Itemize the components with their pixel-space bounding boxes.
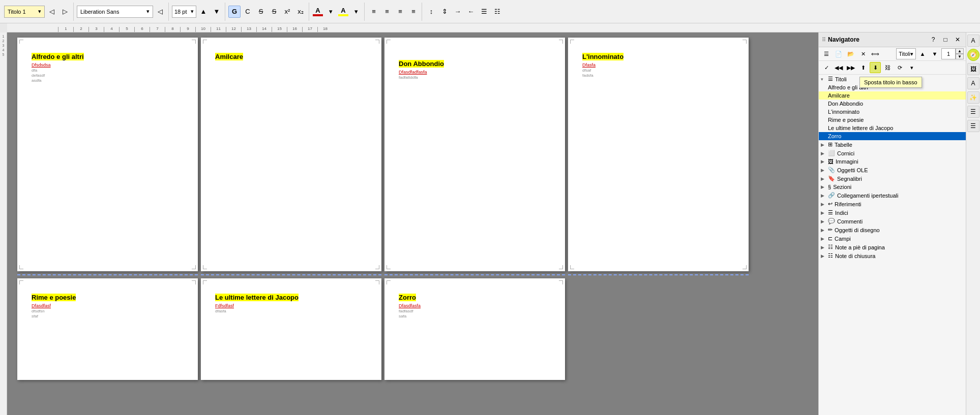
indent-less-button[interactable]: ←	[465, 6, 477, 18]
list-button[interactable]: ☰	[478, 6, 490, 18]
navigator-close-button[interactable]: ✕	[953, 35, 963, 45]
tree-label-don: Don Abbondio	[828, 101, 863, 107]
tree-label-comm: Commenti	[837, 218, 863, 225]
numbering-button[interactable]: ☷	[491, 6, 503, 18]
align-center-button[interactable]: ≡	[381, 6, 393, 18]
tree-item-indici[interactable]: ▶ ☰ Indici	[819, 208, 966, 217]
nav-bookmark-dropdown[interactable]: ▾	[906, 62, 917, 73]
nav-align-btn[interactable]: ⟺	[870, 48, 881, 59]
ruler-tick-5: 5	[119, 27, 134, 32]
nav-drag-handle[interactable]: ⠿	[822, 37, 826, 43]
rs-sidebar2-btn[interactable]: ☰	[967, 120, 979, 132]
tree-item-jacopo[interactable]: Le ultime lettere di Jacopo	[819, 124, 966, 132]
navigator-help-button[interactable]: ?	[928, 35, 938, 45]
rs-sidebar1-btn[interactable]: ☰	[967, 106, 979, 118]
bold-button[interactable]: G	[228, 6, 241, 18]
nav-check-btn[interactable]: ✓	[821, 62, 832, 73]
nav-spin-down[interactable]: ▼	[956, 54, 964, 59]
tree-arrow-camp: ▶	[821, 236, 827, 241]
char-color-dropdown[interactable]: ▾	[324, 6, 337, 18]
page5-sub2: dfsdfsn	[32, 309, 184, 313]
tree-item-innominato[interactable]: L'innominato	[819, 108, 966, 116]
nav-spin-up[interactable]: ▲	[956, 48, 964, 54]
tree-icon-tabelle: ⊞	[828, 141, 833, 148]
rs-navigator-btn[interactable]: 🧭	[967, 49, 979, 61]
nav-new-doc-btn[interactable]: 📄	[833, 48, 844, 59]
navigator-maximize-button[interactable]: □	[940, 35, 951, 45]
nav-next-btn[interactable]: ▶▶	[845, 62, 856, 73]
nav-toggle-list-btn[interactable]: ☰	[821, 48, 832, 59]
navigator-tree[interactable]: ▾ ☰ Titoli Alfredo e gli altri Amilcare …	[819, 75, 966, 415]
size-up-btn[interactable]: ▲	[197, 6, 210, 18]
justify-button[interactable]: ≡	[407, 6, 420, 18]
font-dropdown[interactable]: Liberation Sans ▾	[77, 6, 153, 18]
rs-effects-btn[interactable]: ✨	[967, 91, 979, 104]
tree-item-sezioni[interactable]: ▶ § Sezioni	[819, 183, 966, 191]
main-layout: 1 2 3 4 5 Alfredo e gli altri Dfsdsdsa d…	[0, 33, 980, 415]
strikethrough1-button[interactable]: S	[255, 6, 267, 18]
nav-bookmark-btn[interactable]: ⟳	[894, 62, 905, 73]
nav-spin-input[interactable]	[941, 48, 956, 59]
rs-gallery-btn[interactable]: 🖼	[967, 63, 979, 75]
ruler-tick-11: 11	[211, 27, 226, 32]
style-dropdown[interactable]: Titolo 1 ▾	[4, 6, 45, 18]
highlight-color-button[interactable]: A	[338, 7, 349, 16]
line-spacing-button[interactable]: ↕	[425, 6, 437, 18]
page-alfredo[interactable]: Alfredo e gli altri Dfsdsdsa dfa defasdf…	[17, 38, 198, 271]
tree-item-note-chiusura[interactable]: ▶ ☷ Note di chiusura	[819, 251, 966, 260]
page-rime[interactable]: Rime e poesie Dfasdfasf dfsdfsn sfaf	[17, 278, 198, 380]
nav-close-doc-btn[interactable]: ✕	[857, 48, 869, 59]
nav-open-btn[interactable]: 📂	[845, 48, 856, 59]
document-area[interactable]: Alfredo e gli altri Dfsdsdsa dfa defasdf…	[7, 33, 818, 415]
style-section: Titolo 1 ▾ ◁ ▷	[2, 3, 74, 21]
tree-label-sezioni: Sezioni	[833, 184, 851, 190]
style-next-btn[interactable]: ▷	[59, 6, 71, 18]
tree-item-note-pie[interactable]: ▶ ☷ Note a piè di pagina	[819, 243, 966, 251]
tree-item-collegamenti[interactable]: ▶ 🔗 Collegamenti ipertestuali	[819, 191, 966, 200]
alignment-section: ≡ ≡ ≡ ≡	[366, 3, 422, 21]
align-left-button[interactable]: ≡	[368, 6, 380, 18]
nav-down-btn[interactable]: ▼	[929, 48, 940, 59]
nav-prev-btn[interactable]: ◀◀	[833, 62, 844, 73]
tree-item-disegno[interactable]: ▶ ✏ Oggetti di disegno	[819, 226, 966, 234]
rs-format-btn[interactable]: A	[967, 77, 979, 89]
tree-item-tabelle[interactable]: ▶ ⊞ Tabelle	[819, 140, 966, 149]
tree-item-ole[interactable]: ▶ 📎 Oggetti OLE	[819, 166, 966, 174]
font-prev-btn[interactable]: ◁	[154, 6, 166, 18]
page-amilcare[interactable]: Amilcare	[201, 38, 381, 271]
page-innominato[interactable]: L'innominato Dfasfa dfsaf fadsfa	[568, 38, 749, 271]
nav-link-btn[interactable]: ⛓	[882, 62, 893, 73]
char-color-button[interactable]: A	[312, 7, 323, 16]
page-zorro[interactable]: Zorro Dfasdfasfa fadfasdf safa	[384, 278, 565, 380]
tree-item-zorro[interactable]: Zorro	[819, 132, 966, 140]
superscript-button[interactable]: x²	[281, 6, 293, 18]
align-right-button[interactable]: ≡	[394, 6, 406, 18]
tree-item-riferimenti[interactable]: ▶ ↩ Riferimenti	[819, 200, 966, 208]
tree-item-rime[interactable]: Rime e poesie	[819, 116, 966, 124]
highlight-color-dropdown[interactable]: ▾	[350, 6, 362, 18]
align-right-icon: ≡	[398, 8, 402, 15]
strikethrough2-button[interactable]: S	[268, 6, 280, 18]
subscript-button[interactable]: x₂	[294, 6, 307, 18]
size-down-btn[interactable]: ▼	[211, 6, 223, 18]
tree-item-immagini[interactable]: ▶ 🖼 Immagini	[819, 157, 966, 166]
page-jacopo[interactable]: Le ultime lettere di Jacopo Fdfsdfasf df…	[201, 278, 381, 380]
clear-format-button[interactable]: C	[242, 6, 254, 18]
nav-category-dropdown[interactable]: Titoli ▾	[896, 48, 916, 59]
style-prev-btn[interactable]: ◁	[46, 6, 58, 18]
tree-item-cornici[interactable]: ▶ ⬜ Cornici	[819, 149, 966, 157]
rs-styles-btn[interactable]: A	[967, 35, 979, 47]
indent-more-button[interactable]: →	[452, 6, 464, 18]
strikethrough1-icon: S	[259, 8, 263, 15]
page-don-abbondio[interactable]: Don Abbondio Dfasdfadfasfa fadfattddfa	[384, 38, 565, 271]
nav-move-up-btn[interactable]: ⬆	[857, 62, 869, 73]
tree-item-campi[interactable]: ▶ ⊏ Campi	[819, 234, 966, 243]
para-spacing-button[interactable]: ⇕	[438, 6, 451, 18]
size-dropdown[interactable]: 18 pt ▾	[172, 6, 196, 18]
nav-up-btn[interactable]: ▲	[917, 48, 928, 59]
tree-item-commenti[interactable]: ▶ 💬 Commenti	[819, 217, 966, 226]
nav-move-down-btn[interactable]: ⬇	[870, 62, 881, 73]
tree-item-don[interactable]: Don Abbondio	[819, 100, 966, 108]
tree-item-segnalibri[interactable]: ▶ 🔖 Segnalibri	[819, 174, 966, 183]
tree-item-amilcare[interactable]: Amilcare	[819, 91, 966, 100]
